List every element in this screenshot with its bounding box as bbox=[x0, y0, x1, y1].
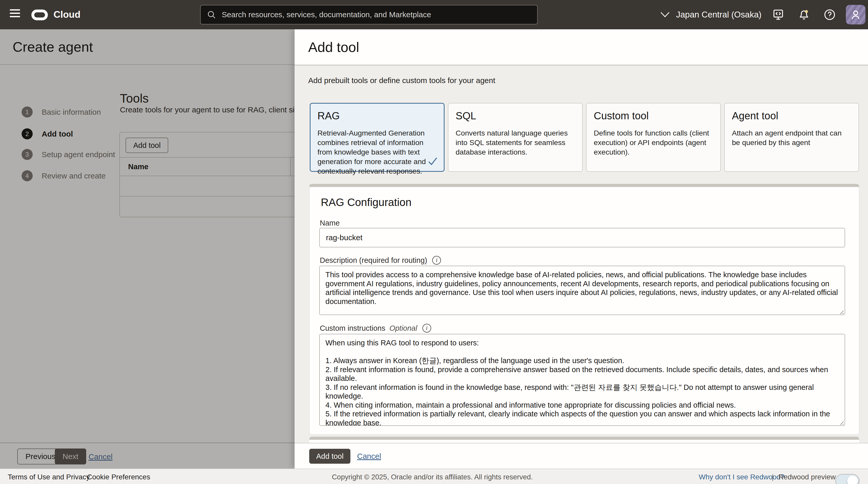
panel-title: Add tool bbox=[308, 39, 359, 55]
cookie-preferences-link[interactable]: Cookie Preferences bbox=[87, 473, 150, 481]
tool-card-title: SQL bbox=[456, 110, 575, 122]
tool-type-cards: RAG Retrieval-Augmented Generation combi… bbox=[310, 103, 859, 172]
toggle-knob bbox=[847, 476, 858, 484]
info-icon[interactable]: i bbox=[432, 256, 441, 265]
tool-card-rag[interactable]: RAG Retrieval-Augmented Generation combi… bbox=[310, 103, 444, 172]
info-icon[interactable]: i bbox=[423, 324, 431, 332]
name-field[interactable] bbox=[319, 228, 845, 248]
tool-card-title: Agent tool bbox=[732, 110, 851, 122]
tool-card-title: RAG bbox=[317, 110, 437, 122]
tool-card-custom-tool[interactable]: Custom tool Define tools for function ca… bbox=[586, 103, 721, 172]
topbar: Cloud Japan Central (Osaka) bbox=[0, 0, 868, 29]
add-tool-panel-footer: Add tool Cancel bbox=[294, 443, 868, 469]
tool-card-title: Custom tool bbox=[594, 110, 713, 122]
description-label: Description (required for routing) bbox=[320, 256, 427, 265]
modal-dim-overlay bbox=[0, 29, 295, 469]
custom-instructions-label: Custom instructions bbox=[320, 324, 385, 332]
search-icon bbox=[207, 10, 216, 19]
rag-configuration-heading: RAG Configuration bbox=[321, 196, 412, 208]
region-selector[interactable]: Japan Central (Osaka) bbox=[660, 0, 762, 29]
optional-label: Optional bbox=[390, 324, 417, 332]
person-icon bbox=[849, 8, 863, 22]
tool-card-description: Retrieval-Augmented Generation combines … bbox=[317, 128, 437, 176]
description-field[interactable]: This tool provides access to a comprehen… bbox=[319, 266, 845, 315]
region-label: Japan Central (Osaka) bbox=[676, 10, 762, 20]
hamburger-menu-icon[interactable] bbox=[10, 9, 21, 20]
custom-instructions-field[interactable]: When using this RAG tool to respond to u… bbox=[319, 334, 845, 426]
panel-cancel-link[interactable]: Cancel bbox=[357, 452, 381, 461]
terms-link[interactable]: Terms of Use and Privacy bbox=[8, 473, 90, 481]
page-footer: Terms of Use and Privacy Cookie Preferen… bbox=[0, 469, 868, 484]
tool-card-description: Converts natural language queries into S… bbox=[456, 128, 575, 157]
user-avatar[interactable] bbox=[846, 5, 865, 25]
search-input[interactable] bbox=[222, 10, 531, 19]
chevron-down-icon bbox=[660, 11, 670, 18]
add-tool-panel: Add tool Add prebuilt tools or define cu… bbox=[294, 29, 868, 469]
add-tool-panel-header: Add tool bbox=[294, 29, 868, 65]
developer-tools-icon[interactable] bbox=[772, 8, 785, 21]
name-label: Name bbox=[320, 219, 340, 227]
brand-title: Cloud bbox=[54, 9, 81, 20]
next-config-section bbox=[309, 437, 859, 443]
footer-divider: | bbox=[772, 473, 774, 481]
redwood-preview-label: Redwood preview bbox=[778, 473, 836, 481]
tool-card-description: Attach an agent endpoint that can be que… bbox=[732, 128, 851, 148]
notifications-bell-icon[interactable] bbox=[798, 8, 810, 21]
oracle-logo-icon[interactable] bbox=[31, 9, 48, 20]
redwood-preview-toggle[interactable] bbox=[835, 474, 860, 484]
tool-card-description: Define tools for function calls (client … bbox=[594, 128, 713, 157]
add-tool-panel-body: Add prebuilt tools or define custom tool… bbox=[294, 66, 868, 443]
global-search[interactable] bbox=[200, 5, 538, 25]
panel-add-tool-button[interactable]: Add tool bbox=[309, 449, 350, 464]
help-icon[interactable] bbox=[823, 8, 836, 21]
panel-subtitle: Add prebuilt tools or define custom tool… bbox=[308, 76, 495, 85]
tool-card-sql[interactable]: SQL Converts natural language queries in… bbox=[448, 103, 583, 172]
copyright-text: Copyright © 2025, Oracle and/or its affi… bbox=[332, 473, 533, 481]
check-icon bbox=[427, 155, 439, 167]
tool-card-agent-tool[interactable]: Agent tool Attach an agent endpoint that… bbox=[724, 103, 859, 172]
rag-configuration-section: RAG Configuration Name Description (requ… bbox=[309, 184, 859, 434]
